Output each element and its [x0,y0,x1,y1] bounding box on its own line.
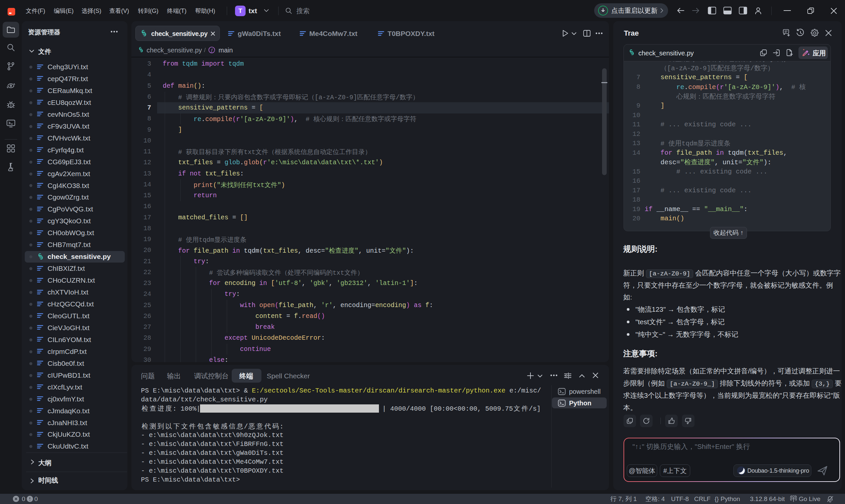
svg-text:f: f [211,48,213,52]
